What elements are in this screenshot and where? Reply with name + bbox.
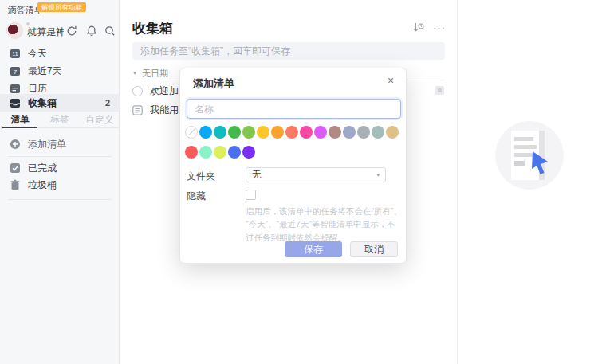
sidebar: 就算是神，... 11 今天 7 最近7天 <box>0 0 120 364</box>
sidebar-item-label: 已完成 <box>28 162 57 175</box>
group-label: 无日期 <box>142 68 168 80</box>
save-button[interactable]: 保存 <box>285 241 342 257</box>
color-swatch[interactable] <box>271 126 284 139</box>
chevron-down-icon[interactable]: ▼ <box>132 71 137 76</box>
note-icon[interactable] <box>132 105 143 115</box>
empty-state-illustration <box>495 121 564 190</box>
document-cursor-icon <box>495 121 564 190</box>
hidden-label: 隐藏 <box>187 190 206 203</box>
color-swatch[interactable] <box>214 146 226 159</box>
color-swatch[interactable] <box>199 126 212 139</box>
calendar-week-icon: 7 <box>10 65 21 76</box>
sort-icon[interactable] <box>412 22 425 33</box>
list-name-input[interactable] <box>187 99 401 119</box>
color-swatch[interactable] <box>257 126 269 139</box>
search-icon[interactable] <box>104 25 116 37</box>
divider <box>8 156 112 157</box>
more-options-icon[interactable]: ··· <box>433 22 446 33</box>
user-row[interactable]: 就算是神，... <box>0 22 120 41</box>
svg-text:11: 11 <box>12 51 18 57</box>
color-swatch[interactable] <box>228 126 241 139</box>
calendar-today-icon: 11 <box>10 48 21 59</box>
dialog-title: 添加清单 <box>193 76 234 91</box>
color-swatch[interactable] <box>242 126 255 139</box>
add-list-button[interactable]: 添加清单 <box>0 135 120 153</box>
sidebar-item-label: 收集箱 <box>28 96 57 110</box>
task-checkbox[interactable] <box>132 86 143 96</box>
completed-check-icon <box>10 162 21 174</box>
app-window: 就算是神，... 11 今天 7 最近7天 <box>0 0 598 364</box>
add-task-input[interactable] <box>132 42 445 60</box>
sidebar-item-completed[interactable]: 已完成 <box>0 159 120 177</box>
color-swatch[interactable] <box>185 146 198 159</box>
folder-value: 无 <box>252 169 262 181</box>
color-swatch[interactable] <box>285 126 298 139</box>
tab-custom[interactable]: 自定义 <box>80 113 120 127</box>
color-swatch[interactable] <box>343 126 356 139</box>
sidebar-item-label: 今天 <box>28 47 47 61</box>
sidebar-item-today[interactable]: 11 今天 <box>0 45 120 62</box>
close-icon[interactable]: × <box>384 74 397 87</box>
color-swatch[interactable] <box>199 146 212 159</box>
sync-icon[interactable] <box>65 25 78 37</box>
color-swatch[interactable] <box>357 126 370 139</box>
sidebar-item-label: 日历 <box>28 82 47 96</box>
color-swatch[interactable] <box>386 126 399 139</box>
sidebar-item-next7days[interactable]: 7 最近7天 <box>0 62 120 80</box>
inbox-count-badge: 2 <box>105 98 110 108</box>
attachment-icon <box>435 86 444 95</box>
unlock-premium-badge[interactable]: 解锁所有功能 <box>37 2 86 12</box>
color-swatch[interactable] <box>300 126 313 139</box>
color-swatch[interactable] <box>372 126 384 139</box>
folder-label: 文件夹 <box>187 170 215 183</box>
avatar[interactable] <box>6 22 23 39</box>
color-swatch[interactable] <box>228 146 241 159</box>
divider <box>8 199 112 200</box>
add-list-label: 添加清单 <box>28 138 66 151</box>
trash-icon <box>10 179 21 190</box>
add-list-dialog: 添加清单 × 文件夹 无 ▾ 隐藏 启用后，该清单中的任务将不会在“所有”、“今… <box>179 68 407 264</box>
tab-lists[interactable]: 清单 <box>0 113 40 127</box>
calendar-icon <box>10 83 21 94</box>
color-none-swatch[interactable] <box>185 126 198 139</box>
sidebar-tabs: 清单 标签 自定义 <box>0 113 120 128</box>
color-swatch[interactable] <box>214 126 226 139</box>
hidden-help-text: 启用后，该清单中的任务将不会在“所有”、“今天”、“最近7天”等智能清单中显示，… <box>246 205 403 244</box>
chevron-down-icon: ▾ <box>376 172 380 178</box>
color-swatch[interactable] <box>329 126 341 139</box>
tab-tags[interactable]: 标签 <box>40 113 80 127</box>
sidebar-item-label: 最近7天 <box>28 65 62 78</box>
sidebar-item-label: 垃圾桶 <box>28 178 57 192</box>
inbox-icon <box>10 97 21 108</box>
folder-select[interactable]: 无 ▾ <box>246 167 386 182</box>
sidebar-item-inbox[interactable]: 收集箱 2 <box>0 94 120 112</box>
plus-circle-icon <box>10 139 21 150</box>
color-swatch[interactable] <box>314 126 327 139</box>
sidebar-item-trash[interactable]: 垃圾桶 <box>0 176 120 194</box>
page-title: 收集箱 <box>132 19 173 37</box>
hidden-checkbox[interactable] <box>246 190 256 200</box>
detail-panel <box>457 0 598 364</box>
svg-text:7: 7 <box>14 68 18 76</box>
color-palette <box>185 126 403 159</box>
bell-icon[interactable] <box>85 25 98 37</box>
cancel-button[interactable]: 取消 <box>350 241 398 257</box>
user-name[interactable]: 就算是神，... <box>27 25 64 39</box>
color-swatch[interactable] <box>242 146 255 159</box>
